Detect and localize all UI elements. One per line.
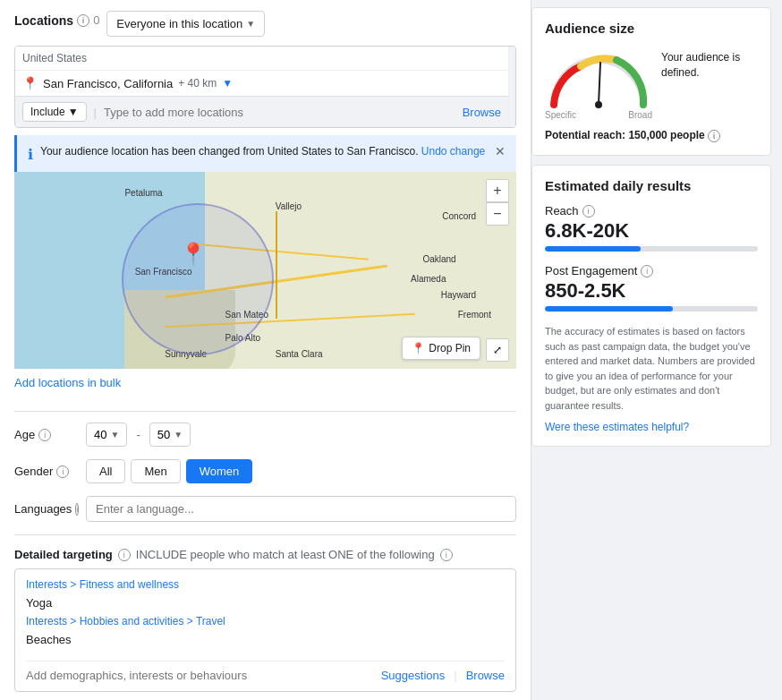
audience-defined-text: Your audience is defined.: [661, 50, 758, 81]
divider: |: [94, 106, 97, 119]
targeting-box: Interests > Fitness and wellness Yoga In…: [14, 568, 516, 692]
helpful-link[interactable]: Were these estimates helpful?: [545, 421, 689, 433]
age-to-arrow-icon: ▼: [174, 430, 183, 440]
detailed-targeting-section: Detailed targeting i INCLUDE people who …: [14, 548, 516, 692]
post-info-icon[interactable]: i: [641, 265, 653, 277]
gender-men-button[interactable]: Men: [131, 459, 180, 483]
map-container: Petaluma Vallejo Concord Oakland Alameda…: [14, 172, 516, 369]
browse-targeting-button[interactable]: Browse: [466, 669, 505, 682]
daily-results-title: Estimated daily results: [545, 178, 758, 193]
locations-badge: 0: [93, 13, 99, 27]
include-button[interactable]: Include ▼: [22, 102, 87, 122]
interest-yoga: Yoga: [26, 594, 505, 615]
age-from-arrow-icon: ▼: [110, 430, 119, 440]
map-fullscreen-container: ⤢: [486, 338, 509, 362]
targeting-header: Detailed targeting i INCLUDE people who …: [14, 548, 516, 561]
location-box: United States 📍 San Francisco, Californi…: [14, 46, 516, 128]
age-row: Age i 40 ▼ - 50 ▼: [14, 423, 516, 447]
locations-info-icon[interactable]: i: [77, 14, 89, 27]
gauge-svg: [545, 47, 652, 109]
age-from-select[interactable]: 40 ▼: [86, 423, 127, 447]
city-label-concord: Concord: [442, 211, 476, 221]
languages-info-icon[interactable]: i: [75, 503, 79, 516]
reach-bar: [545, 246, 758, 252]
gender-women-button[interactable]: Women: [186, 459, 253, 483]
targeting-search-input[interactable]: [26, 669, 381, 682]
location-tag: 📍 San Francisco, California + 40 km ▼: [15, 71, 508, 96]
zoom-in-button[interactable]: +: [486, 179, 509, 202]
targeting-input-row: Suggestions | Browse: [26, 661, 505, 682]
audience-dropdown[interactable]: Everyone in this location ▼: [106, 11, 265, 37]
city-label-alameda: Alameda: [411, 274, 446, 284]
include-row: Include ▼ | Browse: [15, 96, 508, 127]
location-search-input[interactable]: [104, 106, 455, 119]
languages-row: Languages i: [14, 496, 516, 522]
audience-size-title: Audience size: [545, 21, 758, 36]
drop-pin-button[interactable]: 📍 Drop Pin: [402, 337, 480, 360]
info-notification-icon: ℹ: [28, 146, 33, 163]
city-label-santa-clara: Santa Clara: [276, 349, 323, 359]
radius-dropdown[interactable]: ▼: [222, 77, 233, 90]
gauge-labels: Specific Broad: [545, 110, 652, 120]
svg-point-1: [595, 101, 602, 108]
age-to-select[interactable]: 50 ▼: [149, 423, 191, 447]
gender-info-icon[interactable]: i: [56, 465, 69, 478]
close-notification-icon[interactable]: ✕: [495, 144, 506, 158]
post-engagement-label: Post Engagement i: [545, 264, 758, 277]
gauge-row: Specific Broad Your audience is defined.: [545, 47, 758, 120]
map-zoom-controls: + −: [486, 179, 509, 226]
radius-circle: [122, 203, 274, 355]
reach-info-icon[interactable]: i: [582, 205, 595, 218]
city-label-vallejo: Vallejo: [276, 201, 302, 211]
disclaimer-text: The accuracy of estimates is based on fa…: [545, 324, 758, 413]
post-bar-fill: [545, 306, 673, 312]
languages-input[interactable]: [86, 496, 516, 522]
gender-options: All Men Women: [86, 459, 252, 483]
targeting-info-icon[interactable]: i: [118, 549, 131, 561]
suggestions-button[interactable]: Suggestions: [381, 669, 446, 682]
zoom-out-button[interactable]: −: [486, 202, 509, 226]
browse-locations-button[interactable]: Browse: [463, 106, 501, 119]
add-bulk-link[interactable]: Add locations in bulk: [14, 376, 121, 389]
interest-beaches: Beaches: [26, 631, 505, 652]
actions-divider: |: [454, 669, 456, 682]
post-bar: [545, 306, 758, 312]
age-dash: -: [136, 428, 140, 441]
gauge-container: Specific Broad: [545, 47, 652, 120]
scrollbar[interactable]: [508, 47, 515, 127]
reach-label: Reach i: [545, 204, 758, 218]
location-pin-icon: 📍: [22, 76, 38, 90]
interest-travel-link[interactable]: Interests > Hobbies and activities > Tra…: [26, 615, 505, 627]
targeting-actions: Suggestions | Browse: [381, 669, 505, 682]
drop-pin-icon: 📍: [412, 342, 425, 354]
targeting-desc-info-icon[interactable]: i: [440, 549, 453, 561]
reach-value: 6.8K-20K: [545, 219, 758, 243]
gender-all-button[interactable]: All: [86, 459, 125, 483]
include-arrow-icon: ▼: [68, 106, 79, 118]
age-info-icon[interactable]: i: [38, 429, 51, 441]
estimated-daily-card: Estimated daily results Reach i 6.8K-20K…: [531, 165, 771, 447]
fullscreen-button[interactable]: ⤢: [486, 338, 509, 362]
gender-row: Gender i All Men Women: [14, 459, 516, 483]
potential-reach: Potential reach: 150,000 people i: [545, 129, 758, 142]
country-label: United States: [15, 47, 508, 71]
locations-label: Locations: [14, 13, 73, 28]
audience-size-card: Audience size: [531, 7, 771, 156]
reach-bar-fill: [545, 246, 641, 252]
map-location-pin-icon: 📍: [180, 242, 207, 267]
city-label-hayward: Hayward: [441, 290, 476, 300]
interest-fitness-link[interactable]: Interests > Fitness and wellness: [26, 578, 505, 591]
city-label-petaluma: Petaluma: [124, 188, 162, 198]
post-value: 850-2.5K: [545, 279, 758, 303]
location-notification: ℹ Your audience location has been change…: [14, 135, 516, 172]
city-label-oakland: Oakland: [422, 254, 455, 264]
undo-link[interactable]: Undo change: [421, 145, 485, 158]
notification-text: Your audience location has been changed …: [40, 144, 485, 159]
city-label-fremont: Fremont: [458, 310, 491, 320]
dropdown-arrow-icon: ▼: [246, 19, 255, 29]
svg-line-0: [599, 63, 600, 105]
potential-reach-info-icon[interactable]: i: [708, 130, 720, 142]
